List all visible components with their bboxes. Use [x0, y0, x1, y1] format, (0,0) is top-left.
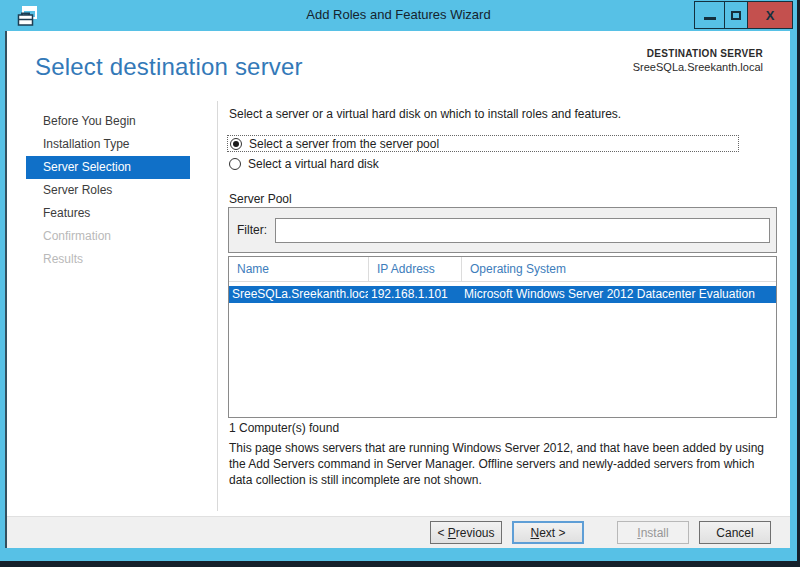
column-header-ip-address[interactable]: IP Address [368, 257, 461, 281]
radio-select-vhd[interactable]: Select a virtual hard disk [227, 155, 379, 172]
sidebar-item-installation-type[interactable]: Installation Type [26, 133, 190, 156]
radio-unselected-icon [229, 158, 241, 170]
cell-ip-address: 192.168.1.101 [368, 286, 461, 303]
next-button[interactable]: Next > [512, 521, 584, 544]
title-bar: Add Roles and Features Wizard X [0, 0, 797, 31]
server-selection-page: Select a server or a virtual hard disk o… [222, 31, 770, 516]
content-pane: Select destination server DESTINATION SE… [5, 31, 790, 548]
minimize-icon [704, 17, 716, 20]
close-button[interactable]: X [747, 1, 793, 29]
radio-vhd-label: Select a virtual hard disk [248, 157, 379, 171]
install-button[interactable]: Install [617, 521, 689, 544]
sidebar-item-confirmation: Confirmation [26, 225, 190, 248]
sidebar-item-server-roles[interactable]: Server Roles [26, 179, 190, 202]
filter-label: Filter: [237, 223, 267, 237]
filter-panel: Filter: [228, 207, 777, 253]
previous-button[interactable]: < Previous [430, 521, 502, 544]
cell-server-name: SreeSQLa.Sreekanth.local [229, 286, 368, 303]
sidebar-divider [217, 101, 218, 511]
sidebar-item-features[interactable]: Features [26, 202, 190, 225]
cell-operating-system: Microsoft Windows Server 2012 Datacenter… [461, 286, 776, 303]
window-controls: X [695, 1, 793, 29]
maximize-icon [731, 11, 741, 20]
close-icon: X [766, 8, 775, 23]
column-header-name[interactable]: Name [229, 257, 368, 281]
sidebar-item-results: Results [26, 248, 190, 271]
wizard-button-bar: < Previous Next > Install Cancel [7, 516, 790, 548]
maximize-button[interactable] [724, 1, 748, 29]
minimize-button[interactable] [694, 1, 725, 29]
sidebar-item-before-you-begin[interactable]: Before You Begin [26, 110, 190, 133]
server-pool-table: Name IP Address Operating System SreeSQL… [228, 256, 777, 418]
radio-selected-icon [230, 138, 242, 150]
page-description: This page shows servers that are running… [229, 440, 774, 488]
radio-select-server-pool[interactable]: Select a server from the server pool [227, 135, 739, 152]
filter-input[interactable] [275, 218, 770, 243]
window-title: Add Roles and Features Wizard [0, 0, 797, 31]
table-header-row: Name IP Address Operating System [229, 257, 776, 282]
wizard-window: Add Roles and Features Wizard X Select d… [0, 0, 797, 561]
radio-server-pool-label: Select a server from the server pool [249, 137, 439, 151]
server-pool-label: Server Pool [229, 192, 292, 206]
column-header-operating-system[interactable]: Operating System [461, 257, 776, 281]
table-row[interactable]: SreeSQLa.Sreekanth.local 192.168.1.101 M… [229, 286, 776, 303]
computers-found-text: 1 Computer(s) found [229, 421, 339, 435]
intro-text: Select a server or a virtual hard disk o… [229, 107, 621, 121]
wizard-steps-sidebar: Before You Begin Installation Type Serve… [7, 110, 217, 271]
cancel-button[interactable]: Cancel [699, 521, 771, 544]
sidebar-item-server-selection[interactable]: Server Selection [26, 156, 190, 179]
